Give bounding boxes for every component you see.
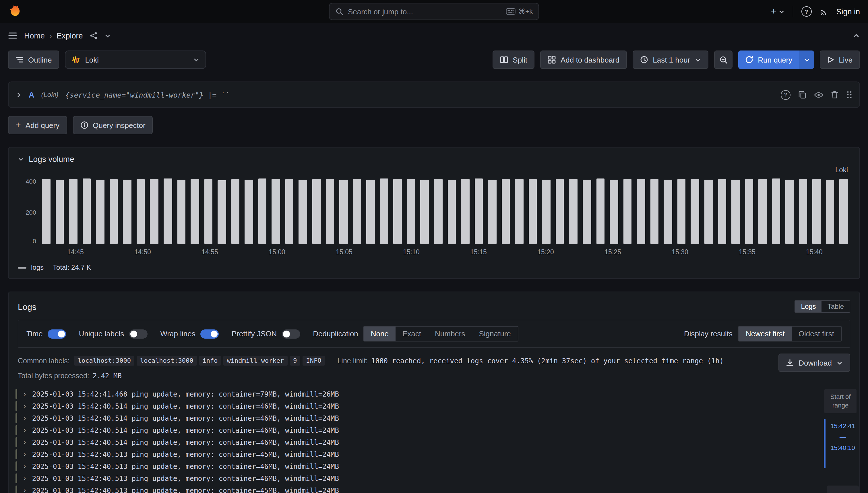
label-chip: INFO (302, 356, 325, 366)
datasource-picker[interactable]: Loki (65, 50, 206, 69)
dedup-option-signature[interactable]: Signature (472, 326, 518, 341)
log-row[interactable]: ›2025-01-03 15:42:40.513 ping update, me… (16, 460, 850, 472)
download-button[interactable]: Download (779, 353, 850, 372)
info-icon (80, 121, 88, 129)
outline-button[interactable]: Outline (8, 50, 59, 69)
log-row[interactable]: ›2025-01-03 15:42:40.514 ping update, me… (16, 400, 850, 412)
delete-query-trash-icon[interactable] (831, 91, 838, 99)
dedup-option-none[interactable]: None (364, 326, 396, 341)
grafana-logo-icon[interactable] (8, 5, 21, 18)
collapse-logs-volume-chevron-icon[interactable] (18, 156, 24, 162)
nav-actions: + ? Sign in (771, 6, 860, 17)
volume-bar (110, 179, 118, 244)
add-new-button[interactable]: + (771, 6, 785, 17)
legend-total: Total: 24.7 K (53, 263, 91, 272)
expand-log-row-icon[interactable]: › (22, 487, 27, 493)
volume-bar (718, 179, 726, 244)
expand-log-row-icon[interactable]: › (22, 451, 27, 458)
dedup-option-numbers[interactable]: Numbers (428, 326, 472, 341)
log-level-bar (16, 449, 17, 459)
breadcrumb-row: Home › Explore (0, 23, 868, 48)
volume-bar (150, 179, 158, 244)
copy-query-icon[interactable] (799, 91, 806, 99)
log-level-bar (16, 401, 17, 411)
legend-series-name[interactable]: logs (31, 263, 44, 272)
drag-handle-icon[interactable] (846, 91, 852, 99)
expand-log-row-icon[interactable]: › (22, 426, 27, 434)
wrap-lines-toggle[interactable] (200, 329, 219, 338)
menu-toggle-icon[interactable] (8, 31, 17, 40)
expand-log-row-icon[interactable]: › (22, 414, 27, 422)
query-help-icon[interactable]: ? (781, 90, 790, 100)
logs-meta: Common labels: localhost:3000localhost:3… (8, 348, 860, 380)
volume-bar (515, 179, 524, 244)
volume-bar (245, 179, 253, 244)
time-toggle[interactable] (48, 329, 66, 338)
share-icon[interactable] (90, 31, 98, 40)
expand-log-row-icon[interactable]: › (22, 463, 27, 470)
breadcrumb-home[interactable]: Home (24, 31, 45, 40)
collapse-toolbar-chevron-up-icon[interactable] (852, 32, 860, 39)
volume-bar (136, 179, 145, 244)
dedup-option-exact[interactable]: Exact (396, 326, 428, 341)
prettify-json-toggle[interactable] (282, 329, 300, 338)
logs-controls: Time Unique labels Wrap lines Prettify J… (18, 320, 850, 348)
order-option-newest-first[interactable]: Newest first (739, 326, 792, 341)
search-icon (335, 7, 343, 16)
log-row[interactable]: ›2025-01-03 15:42:40.513 ping update, me… (16, 448, 850, 460)
order-option-oldest-first[interactable]: Oldest first (792, 326, 841, 341)
log-row[interactable]: ›2025-01-03 15:42:40.514 ping update, me… (16, 436, 850, 448)
breadcrumb-chevron-down-icon[interactable] (105, 33, 111, 39)
range-indicator-bar[interactable] (824, 419, 825, 468)
query-editor-row[interactable]: A (Loki) {service_name="windmill-worker"… (8, 82, 860, 108)
query-inspector-button[interactable]: Query inspector (72, 116, 153, 134)
run-query-button[interactable]: Run query (738, 50, 799, 69)
log-row[interactable]: ›2025-01-03 15:42:40.514 ping update, me… (16, 424, 850, 436)
add-to-dashboard-button[interactable]: Add to dashboard (541, 50, 627, 69)
end-of-range-box[interactable] (827, 486, 859, 493)
hide-response-eye-icon[interactable] (814, 91, 823, 98)
volume-bar (258, 179, 267, 244)
expand-log-row-icon[interactable]: › (22, 438, 27, 446)
log-minimap[interactable]: Start of range 15:42:41 — 15:40:10 (824, 389, 857, 451)
chevron-down-icon (695, 57, 701, 63)
time-range-picker[interactable]: Last 1 hour (633, 50, 708, 69)
help-icon[interactable]: ? (801, 6, 811, 17)
volume-bar (758, 179, 767, 244)
log-row[interactable]: ›2025-01-03 15:42:40.514 ping update, me… (16, 412, 850, 424)
live-button[interactable]: Live (820, 50, 860, 69)
expand-query-chevron-icon[interactable] (16, 91, 22, 98)
wrap-lines-toggle-control: Wrap lines (160, 329, 219, 338)
sign-in-link[interactable]: Sign in (836, 7, 860, 16)
run-query-options-caret[interactable] (799, 50, 814, 69)
news-icon[interactable] (820, 7, 828, 16)
view-option-table[interactable]: Table (822, 301, 850, 312)
search-input[interactable]: Search or jump to... ⌘+k (329, 3, 539, 20)
log-line-text: 2025-01-03 15:42:40.513 ping update, mem… (32, 487, 339, 493)
log-row[interactable]: ›2025-01-03 15:42:40.513 ping update, me… (16, 485, 850, 493)
logs-volume-bars (42, 175, 848, 244)
x-tick-label: 15:15 (470, 249, 487, 255)
unique-labels-toggle[interactable] (129, 329, 148, 338)
logs-volume-title: Logs volume (29, 154, 75, 164)
volume-bar (353, 179, 361, 244)
dashboard-grid-icon (548, 56, 556, 64)
chevron-down-icon (837, 360, 843, 366)
split-button[interactable]: Split (492, 50, 535, 69)
expand-log-row-icon[interactable]: › (22, 475, 27, 482)
log-row[interactable]: ›2025-01-03 15:42:41.468 ping update, me… (16, 388, 850, 400)
log-row[interactable]: ›2025-01-03 15:42:40.513 ping update, me… (16, 472, 850, 485)
expand-log-row-icon[interactable]: › (22, 402, 27, 410)
expand-log-row-icon[interactable]: › (22, 390, 27, 398)
volume-bar (42, 179, 50, 244)
chart-legend[interactable]: logs Total: 24.7 K (8, 258, 860, 278)
volume-bar (488, 180, 496, 244)
divider (792, 6, 793, 17)
zoom-out-button[interactable] (714, 50, 733, 69)
volume-bar (204, 179, 212, 244)
x-tick-label: 15:30 (672, 249, 688, 255)
view-option-logs[interactable]: Logs (796, 301, 822, 312)
breadcrumb-current: Explore (57, 31, 83, 40)
add-query-button[interactable]: + Add query (8, 116, 67, 134)
query-datasource-hint: (Loki) (41, 91, 59, 99)
